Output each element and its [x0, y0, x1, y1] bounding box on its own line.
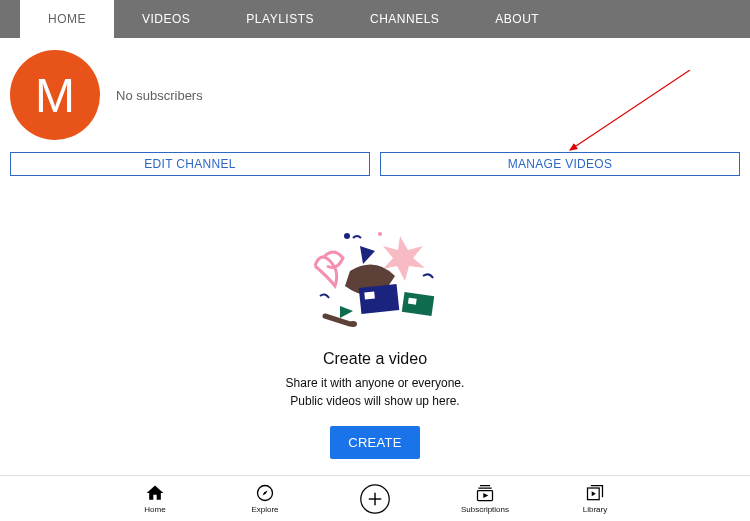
svg-point-2 — [344, 233, 350, 239]
compass-icon — [255, 483, 275, 503]
home-icon — [145, 483, 165, 503]
svg-rect-4 — [359, 284, 400, 314]
tab-channels[interactable]: CHANNELS — [342, 0, 467, 38]
empty-state-line1: Share it with anyone or everyone. — [0, 374, 750, 392]
tab-playlists[interactable]: PLAYLISTS — [218, 0, 342, 38]
create-video-illustration — [305, 216, 445, 336]
svg-rect-5 — [364, 291, 375, 299]
empty-state-line2: Public videos will show up here. — [0, 392, 750, 410]
channel-tab-bar: HOME VIDEOS PLAYLISTS CHANNELS ABOUT — [0, 0, 750, 38]
bottom-navigation: Home Explore Subscriptions Library — [0, 475, 750, 521]
empty-state-title: Create a video — [0, 350, 750, 368]
plus-circle-icon — [359, 483, 391, 515]
nav-subscriptions-label: Subscriptions — [461, 505, 509, 514]
profile-header: M No subscribers — [0, 38, 750, 152]
svg-marker-1 — [360, 246, 375, 264]
empty-state: Create a video Share it with anyone or e… — [0, 216, 750, 459]
nav-library-label: Library — [583, 505, 607, 514]
svg-rect-6 — [402, 292, 434, 316]
svg-point-3 — [378, 232, 382, 236]
nav-explore[interactable]: Explore — [235, 483, 295, 514]
subscriptions-icon — [475, 483, 495, 503]
svg-marker-11 — [263, 491, 268, 496]
channel-action-row: EDIT CHANNEL MANAGE VIDEOS — [0, 152, 750, 176]
nav-home-label: Home — [144, 505, 165, 514]
edit-channel-button[interactable]: EDIT CHANNEL — [10, 152, 370, 176]
nav-subscriptions[interactable]: Subscriptions — [455, 483, 515, 514]
channel-avatar[interactable]: M — [10, 50, 100, 140]
subscriber-count: No subscribers — [116, 88, 203, 103]
nav-library[interactable]: Library — [565, 483, 625, 514]
tab-home[interactable]: HOME — [20, 0, 114, 38]
svg-point-9 — [349, 321, 357, 327]
nav-explore-label: Explore — [251, 505, 278, 514]
tab-videos[interactable]: VIDEOS — [114, 0, 218, 38]
nav-home[interactable]: Home — [125, 483, 185, 514]
svg-marker-18 — [592, 491, 596, 496]
svg-marker-8 — [340, 306, 353, 318]
manage-videos-button[interactable]: MANAGE VIDEOS — [380, 152, 740, 176]
svg-marker-16 — [483, 493, 488, 498]
nav-create[interactable] — [345, 483, 405, 515]
svg-rect-7 — [408, 298, 417, 305]
tab-about[interactable]: ABOUT — [467, 0, 567, 38]
create-button[interactable]: CREATE — [330, 426, 420, 459]
library-icon — [585, 483, 605, 503]
